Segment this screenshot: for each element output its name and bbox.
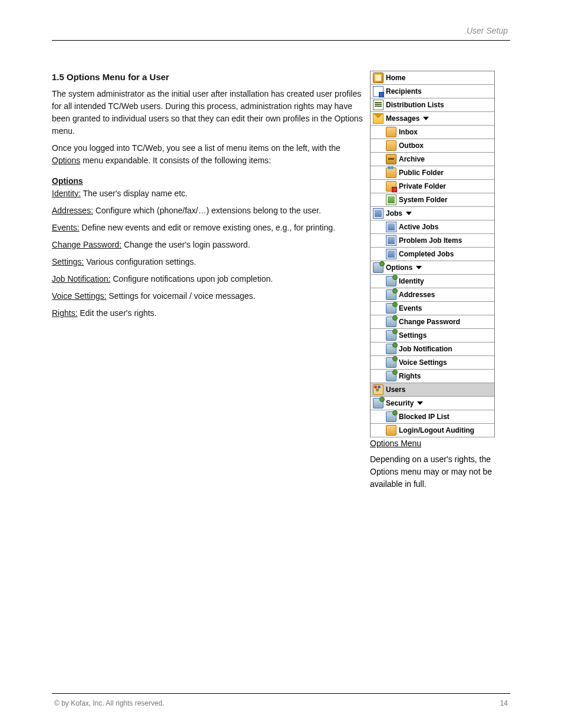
page-header-right: User Setup — [467, 26, 508, 35]
menu-label-inbox: Inbox — [399, 128, 418, 136]
explain-addresses: Addresses: Configure which (phone/fax/…)… — [52, 205, 367, 217]
below-menu-caption: Options Menu Depending on a user's right… — [370, 437, 494, 490]
options-link-text: Options — [52, 156, 80, 165]
settings-icon — [386, 330, 396, 341]
explain-events: Events: Define new events and edit or re… — [52, 222, 367, 234]
section-heading: 1.5 Options Menu for a User — [52, 71, 367, 84]
explain-settings-text: Various configuration settings. — [86, 257, 196, 266]
menu-label-jobs: Jobs — [386, 209, 402, 218]
menu-item-problem-jobs[interactable]: Problem Job Items — [371, 234, 494, 248]
menu-item-security[interactable]: Security — [371, 397, 494, 410]
menu-item-jobs[interactable]: Jobs — [371, 207, 494, 220]
explain-voice-settings-text: Settings for voicemail / voice messages. — [109, 291, 256, 301]
menu-item-public-folder[interactable]: Public Folder — [371, 166, 494, 180]
distribution-lists-icon — [373, 100, 384, 110]
footer-page-number: 14 — [500, 699, 508, 707]
explain-identity-label: Identity: — [52, 189, 81, 198]
menu-item-private-folder[interactable]: Private Folder — [371, 180, 494, 193]
login-audit-icon — [386, 425, 396, 436]
menu-item-active-jobs[interactable]: Active Jobs — [371, 220, 494, 234]
blocked-ip-icon — [386, 411, 396, 422]
menu-item-login-audit[interactable]: Login/Logout Auditing — [371, 424, 494, 437]
chevron-down-icon — [423, 117, 429, 120]
navigation-menu: Home Recipients Distribution Lists Messa… — [370, 71, 495, 437]
menu-label-distribution-lists: Distribution Lists — [386, 101, 444, 109]
completed-jobs-icon — [386, 249, 396, 259]
explain-job-notification-text: Configure notifications upon job complet… — [113, 274, 273, 284]
menu-item-options[interactable]: Options — [371, 261, 494, 275]
menu-item-rights[interactable]: Rights — [371, 370, 494, 383]
menu-label-login-audit: Login/Logout Auditing — [399, 426, 474, 434]
menu-item-voice-settings[interactable]: Voice Settings — [371, 356, 494, 370]
explain-rights: Rights: Edit the user's rights. — [52, 307, 367, 319]
chevron-down-icon — [406, 212, 412, 215]
events-icon — [386, 303, 396, 314]
explain-change-password-text: Change the user's login password. — [124, 240, 250, 249]
menu-label-voice-settings: Voice Settings — [399, 358, 447, 367]
addresses-icon — [386, 289, 396, 300]
menu-item-blocked-ip[interactable]: Blocked IP List — [371, 410, 494, 424]
menu-label-recipients: Recipients — [386, 87, 422, 95]
menu-item-system-folder[interactable]: System Folder — [371, 193, 494, 207]
explain-addresses-label: Addresses: — [52, 206, 93, 215]
explain-identity: Identity: The user's display name etc. — [52, 187, 367, 200]
outbox-icon — [386, 140, 396, 151]
menu-item-messages[interactable]: Messages — [371, 112, 494, 126]
menu-item-events[interactable]: Events — [371, 302, 494, 315]
footer-rule — [52, 693, 510, 694]
explain-events-text: Define new events and edit or remove exi… — [82, 223, 335, 232]
explain-job-notification: Job Notification: Configure notification… — [52, 273, 367, 285]
menu-label-security: Security — [386, 399, 414, 407]
rights-icon — [386, 371, 396, 381]
archive-icon — [386, 154, 396, 164]
menu-label-job-notification: Job Notification — [399, 345, 452, 353]
menu-item-archive[interactable]: Archive — [371, 153, 494, 166]
explain-job-notification-label: Job Notification: — [52, 274, 111, 284]
menu-label-rights: Rights — [399, 372, 421, 380]
menu-label-completed-jobs: Completed Jobs — [399, 250, 454, 258]
intro-paragraph-2-lead: Once you logged into TC/Web, you see a l… — [52, 143, 340, 153]
menu-item-distribution-lists[interactable]: Distribution Lists — [371, 98, 494, 112]
menu-label-settings: Settings — [399, 331, 427, 340]
menu-item-identity[interactable]: Identity — [371, 275, 494, 288]
intro-paragraph-2-tail: menu expandable. It consists of the foll… — [82, 156, 271, 165]
menu-item-outbox[interactable]: Outbox — [371, 139, 494, 153]
menu-item-inbox[interactable]: Inbox — [371, 126, 494, 139]
explain-rights-text: Edit the user's rights. — [80, 308, 156, 318]
footer-copyright: © by Kofax, Inc. All rights reserved. — [54, 699, 164, 707]
menu-label-users: Users — [386, 386, 405, 394]
private-folder-icon — [386, 181, 396, 192]
change-password-icon — [386, 317, 396, 327]
menu-item-job-notification[interactable]: Job Notification — [371, 342, 494, 356]
explain-change-password-label: Change Password: — [52, 240, 121, 249]
problem-jobs-icon — [386, 235, 396, 246]
menu-item-home[interactable]: Home — [371, 71, 494, 85]
menu-item-change-password[interactable]: Change Password — [371, 315, 494, 329]
explain-addresses-text: Configure which (phone/fax/…) extensions… — [95, 206, 321, 215]
menu-item-addresses[interactable]: Addresses — [371, 288, 494, 302]
below-menu-text: Depending on a user's rights, the Option… — [370, 454, 492, 489]
explain-identity-text: The user's display name etc. — [83, 189, 188, 198]
menu-item-recipients[interactable]: Recipients — [371, 85, 494, 98]
menu-item-users[interactable]: Users — [371, 383, 494, 397]
explain-settings-label: Settings: — [52, 257, 84, 266]
header-rule — [52, 40, 510, 41]
users-icon — [373, 384, 384, 395]
system-folder-icon — [386, 195, 396, 205]
menu-label-problem-jobs: Problem Job Items — [399, 236, 462, 245]
intro-paragraph-1: The system administrator as the initial … — [52, 88, 367, 137]
menu-item-settings[interactable]: Settings — [371, 329, 494, 342]
active-jobs-icon — [386, 222, 396, 232]
jobs-icon — [373, 208, 384, 219]
security-icon — [373, 398, 384, 409]
menu-label-blocked-ip: Blocked IP List — [399, 413, 449, 421]
below-menu-title: Options Menu — [370, 437, 421, 450]
menu-label-identity: Identity — [399, 277, 424, 285]
inbox-icon — [386, 127, 396, 137]
menu-label-home: Home — [386, 74, 405, 82]
explain-settings: Settings: Various configuration settings… — [52, 256, 367, 268]
menu-item-completed-jobs[interactable]: Completed Jobs — [371, 248, 494, 261]
options-subheading: Options — [52, 175, 367, 187]
home-icon — [373, 73, 384, 83]
explain-events-label: Events: — [52, 223, 80, 232]
